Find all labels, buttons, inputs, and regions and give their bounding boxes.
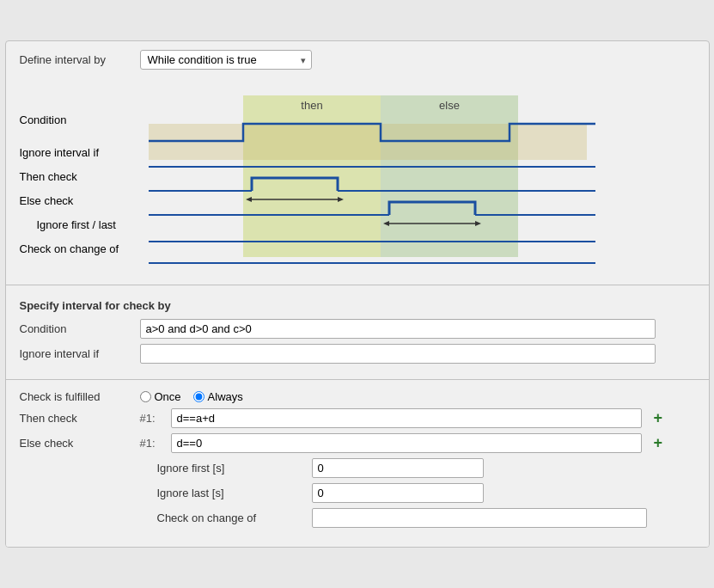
diagram-svg: then else	[140, 77, 604, 274]
specify-section: Specify interval for check by Condition …	[6, 285, 709, 379]
main-container: Define interval by While condition is tr…	[5, 40, 710, 548]
svg-text:else: else	[439, 99, 460, 112]
ignore-last-label: Ignore last [s]	[157, 487, 312, 499]
check-fulfilled-row: Check is fulfilled Once Always	[20, 390, 695, 403]
always-radio[interactable]	[193, 391, 204, 402]
then-check-input[interactable]	[171, 408, 642, 428]
specify-ignore-input[interactable]	[140, 344, 656, 364]
define-interval-select[interactable]: While condition is true Between events A…	[140, 50, 312, 70]
specify-header: Specify interval for check by	[20, 296, 695, 312]
diagram-labels: Condition Ignore interval if Then check …	[20, 77, 140, 274]
then-band	[243, 95, 381, 257]
svg-text:then: then	[301, 99, 322, 112]
once-radio-label[interactable]: Once	[140, 390, 181, 403]
diagram-section: Define interval by While condition is tr…	[6, 41, 709, 285]
else-check-row: Else check #1: +	[20, 433, 695, 453]
else-check-diag-label: Else check	[20, 188, 140, 212]
else-check-num: #1:	[140, 437, 166, 450]
ignore-first-last-label: Ignore first / last	[20, 212, 140, 236]
ignore-first-row: Ignore first [s]	[157, 458, 695, 478]
then-check-diag-label: Then check	[20, 164, 140, 188]
radio-group: Once Always	[140, 390, 243, 403]
ignore-first-input[interactable]	[312, 458, 484, 478]
check-fulfilled-label: Check is fulfilled	[20, 390, 140, 403]
check-section: Check is fulfilled Once Always Then chec…	[6, 380, 709, 547]
else-band	[381, 95, 518, 257]
specify-condition-row: Condition	[20, 319, 695, 339]
define-interval-label: Define interval by	[20, 53, 140, 66]
then-check-row: Then check #1: +	[20, 408, 695, 428]
then-check-num: #1:	[140, 412, 166, 425]
always-radio-label[interactable]: Always	[193, 390, 243, 403]
specify-condition-input[interactable]	[140, 319, 656, 339]
ignore-last-row: Ignore last [s]	[157, 483, 695, 503]
else-check-plus[interactable]: +	[654, 434, 663, 452]
define-interval-select-wrapper[interactable]: While condition is true Between events A…	[140, 50, 312, 70]
condition-diag-label: Condition	[20, 99, 140, 140]
then-check-label: Then check	[20, 412, 140, 425]
specify-condition-label: Condition	[20, 322, 140, 335]
check-on-change-label: Check on change of	[157, 511, 312, 524]
always-label: Always	[208, 390, 243, 403]
ignore-last-input[interactable]	[312, 483, 484, 503]
check-on-change-row: Check on change of 北汇信息	[157, 508, 695, 528]
specify-ignore-label: Ignore interval if	[20, 347, 140, 360]
ignore-interval-diag-label: Ignore interval if	[20, 140, 140, 164]
ignore-first-label: Ignore first [s]	[157, 462, 312, 475]
then-check-input-group: #1: +	[140, 408, 695, 428]
check-on-change-input[interactable]	[312, 508, 647, 528]
else-check-input[interactable]	[171, 433, 642, 453]
once-radio[interactable]	[140, 391, 151, 402]
once-label: Once	[155, 390, 181, 403]
else-check-input-group: #1: +	[140, 433, 695, 453]
else-check-label: Else check	[20, 437, 140, 450]
specify-ignore-row: Ignore interval if	[20, 344, 695, 364]
then-check-plus[interactable]: +	[654, 409, 663, 427]
check-on-change-diag-label: Check on change of	[20, 236, 140, 260]
define-interval-row: Define interval by While condition is tr…	[20, 50, 695, 70]
